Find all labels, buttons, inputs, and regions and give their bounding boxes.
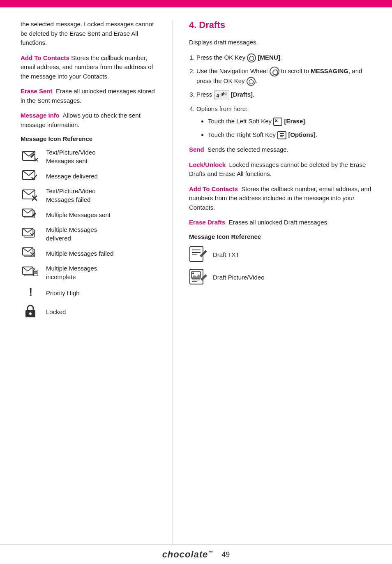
svg-line-9: [29, 190, 35, 195]
multi-incomplete-label: Multiple Messagesincomplete: [46, 264, 97, 281]
ok-key-icon-2: ◯: [247, 77, 256, 86]
drafts-steps: Press the OK Key ◯ [MENU]. Use the Navig…: [196, 53, 376, 140]
lock-icon: [21, 304, 40, 319]
section-number: 4.: [189, 20, 196, 30]
erase-sent-block: Erase Sent Erase all unlocked messages s…: [21, 87, 160, 105]
list-item: Locked: [21, 304, 160, 319]
step-2: Use the Navigation Wheel to scroll to ME…: [196, 67, 376, 86]
section-title: Drafts: [199, 20, 225, 30]
msg-delivered-label: Message delivered: [46, 172, 98, 180]
svg-rect-30: [33, 270, 38, 276]
top-bar: [0, 0, 392, 7]
priority-label: Priority High: [46, 289, 80, 297]
send-block: Send Sends the selected message.: [189, 145, 376, 155]
message-info-block: Message Info Allows you to check the sen…: [21, 111, 160, 129]
list-item: Multiple Messages sent: [21, 208, 160, 221]
lock-label: Locked: [46, 307, 66, 316]
svg-line-8: [23, 190, 29, 195]
list-item: Draft Picture/Video: [189, 268, 376, 286]
erase-drafts-block: Erase Drafts Erases all unlocked Draft m…: [189, 218, 376, 227]
key-4-icon: 4 ghi: [214, 90, 229, 100]
right-add-to-contacts-block: Add To Contacts Stores the callback numb…: [189, 185, 376, 213]
lock-unlock-block: Lock/Unlock Locked messages cannot be de…: [189, 160, 376, 179]
draft-txt-label: Draft TXT: [213, 250, 240, 259]
svg-rect-37: [274, 118, 282, 125]
list-item: ! Priority High: [21, 285, 160, 300]
left-column: the selected message. Locked messages ca…: [0, 20, 173, 544]
step-3: Press 4 ghi [Drafts].: [196, 90, 376, 100]
list-item: Message delivered: [21, 169, 160, 183]
drafts-intro: Displays draft messages.: [189, 38, 376, 47]
multi-sent-label: Multiple Messages sent: [46, 210, 111, 219]
multi-failed-icon: [21, 247, 40, 260]
svg-rect-44: [190, 247, 203, 261]
list-item: Multiple Messagesdelivered: [21, 225, 160, 243]
svg-line-1: [23, 151, 29, 156]
erase-drafts-label: Erase Drafts: [189, 219, 225, 226]
msg-delivered-icon: [21, 169, 40, 183]
multi-failed-label: Multiple Messages failed: [46, 249, 113, 258]
svg-line-6: [29, 171, 35, 176]
right-icon-section-heading: Message Icon Reference: [189, 233, 376, 240]
bullet-options: Touch the Right Soft Key [Options].: [208, 130, 376, 140]
ok-key-icon: ◯: [247, 53, 256, 62]
msg-failed-icon: [21, 189, 40, 202]
list-item: Multiple Messagesincomplete: [21, 264, 160, 281]
footer: chocolate™ 49: [0, 544, 392, 564]
draft-txt-icon: [189, 246, 207, 264]
msg-sent-icon: ✕: [21, 150, 40, 163]
list-item: Text/Picture/VideoMessages failed: [21, 187, 160, 204]
send-text: Sends the selected message.: [208, 146, 288, 153]
svg-point-36: [29, 312, 32, 315]
erase-drafts-text: Erases all unlocked Draft messages.: [229, 219, 329, 226]
add-to-contacts-label: Add To Contacts: [21, 54, 69, 61]
draft-pic-label: Draft Picture/Video: [213, 273, 265, 282]
svg-text:!: !: [29, 286, 32, 298]
add-to-contacts-block: Add To Contacts Stores the callback numb…: [21, 53, 160, 81]
svg-line-5: [23, 171, 29, 176]
left-icon-section-heading: Message Icon Reference: [21, 135, 160, 142]
step-1: Press the OK Key ◯ [MENU].: [196, 53, 376, 62]
page-content: the selected message. Locked messages ca…: [0, 7, 392, 544]
page-number: 49: [221, 550, 230, 559]
right-add-to-contacts-label: Add To Contacts: [189, 185, 238, 192]
options-list: Touch the Left Soft Key [Erase]. Touch t…: [208, 117, 376, 139]
brand-name: chocolate™: [162, 549, 214, 560]
brand-suffix: ™: [208, 550, 213, 555]
message-info-label: Message Info: [21, 112, 60, 119]
list-item: Draft TXT: [189, 246, 376, 264]
msg-sent-label: Text/Picture/VideoMessages sent: [46, 148, 96, 165]
draft-pic-icon: [189, 268, 207, 286]
right-column: 4. Drafts Displays draft messages. Press…: [173, 20, 392, 544]
list-item: Multiple Messages failed: [21, 247, 160, 260]
bullet-erase: Touch the Left Soft Key [Erase].: [208, 117, 376, 126]
nav-wheel-icon: [270, 67, 279, 76]
intro-paragraph: the selected message. Locked messages ca…: [21, 20, 160, 48]
step-4: Options from here: Touch the Left Soft K…: [196, 104, 376, 140]
erase-sent-label: Erase Sent: [21, 88, 53, 95]
lock-unlock-label: Lock/Unlock: [189, 161, 226, 168]
multi-delivered-label: Multiple Messagesdelivered: [46, 225, 97, 243]
left-icon-ref-table: ✕ Text/Picture/VideoMessages sent Mes: [21, 148, 160, 319]
multi-delivered-icon: [21, 227, 40, 240]
msg-failed-label: Text/Picture/VideoMessages failed: [46, 187, 96, 204]
multi-incomplete-icon: [21, 266, 40, 279]
svg-point-50: [192, 273, 194, 274]
priority-icon: !: [21, 285, 40, 300]
svg-text:✕: ✕: [34, 157, 39, 163]
send-label: Send: [189, 146, 204, 153]
list-item: ✕ Text/Picture/VideoMessages sent: [21, 148, 160, 165]
multi-sent-icon: [21, 208, 40, 221]
